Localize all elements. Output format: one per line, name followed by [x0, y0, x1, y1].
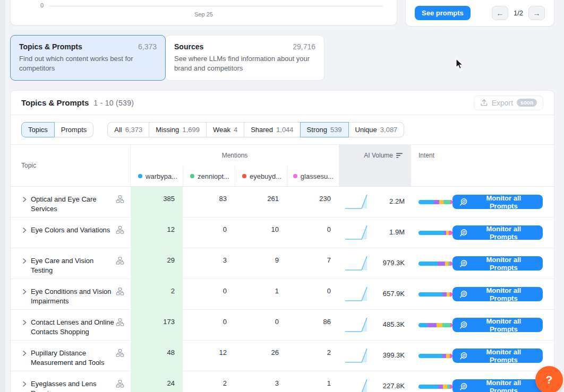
help-button[interactable]: ?	[535, 366, 563, 392]
topic-name[interactable]: Eye Care and Vision Testing	[29, 256, 116, 275]
intent-distribution-bar	[418, 323, 452, 327]
filter-chip-all[interactable]: All 6,373	[107, 122, 149, 137]
filter-chip-prompts[interactable]: Prompts	[54, 122, 93, 137]
topic-hierarchy-icon[interactable]	[116, 288, 124, 295]
svg-text:@: @	[462, 353, 466, 358]
mentions-value: 0	[183, 279, 235, 309]
mentions-value: 0	[287, 279, 339, 309]
topic-cell: Pupillary Distance Measurement and Tools	[11, 341, 131, 371]
monitor-search-icon: @	[459, 290, 468, 299]
intent-segment-purple	[442, 292, 447, 297]
svg-text:@: @	[462, 199, 466, 204]
column-header-topic[interactable]: Topic	[11, 145, 131, 186]
monitor-all-prompts-button[interactable]: @ Monitor all Prompts	[452, 379, 543, 392]
expand-chevron-icon[interactable]	[20, 350, 29, 357]
topic-cell: Eye Colors and Variations	[11, 217, 131, 248]
topic-name[interactable]: Eye Colors and Variations	[29, 225, 116, 235]
table-header: Topic Mentions AI Volume Intent warbypa.…	[11, 144, 554, 187]
monitor-all-prompts-button[interactable]: @ Monitor all Prompts	[452, 195, 543, 209]
filter-chip-unique[interactable]: Unique 3,087	[348, 122, 405, 137]
topic-hierarchy-icon[interactable]	[116, 318, 124, 326]
tab-card-title: Topics & Prompts	[19, 42, 82, 51]
intent-distribution-bar	[418, 385, 452, 389]
monitor-all-prompts-button[interactable]: @ Monitor all Prompts	[452, 225, 543, 240]
topic-hierarchy-icon[interactable]	[116, 380, 124, 388]
monitor-search-icon: @	[459, 259, 468, 268]
topic-name[interactable]: Eyeglasses and Lens Repair	[29, 379, 116, 392]
topic-hierarchy-icon[interactable]	[116, 195, 124, 203]
competitor-column-header[interactable]: warbypa...	[131, 166, 183, 186]
prev-page-button[interactable]: ←	[492, 6, 508, 20]
chart-y-axis-zero-label: 0	[31, 2, 44, 8]
intent-segment-yellow	[443, 385, 447, 389]
mentions-value: 83	[183, 187, 235, 217]
topic-hierarchy-icon[interactable]	[116, 226, 124, 234]
filter-chip-shared[interactable]: Shared 1,044	[244, 122, 300, 137]
expand-chevron-icon[interactable]	[20, 196, 29, 203]
filter-chip-label: Shared	[251, 126, 273, 134]
intent-distribution-bar	[418, 292, 452, 297]
ai-volume-cell: 227.8K	[339, 371, 411, 392]
intent-cell: @ Monitor all Prompts	[411, 248, 554, 278]
competitor-column-header[interactable]: zenniopt...	[183, 166, 235, 186]
topic-name[interactable]: Eye Conditions and Vision Impairments	[29, 287, 116, 306]
column-header-ai-volume[interactable]: AI Volume	[339, 145, 411, 186]
svg-text:@: @	[462, 323, 466, 327]
mentions-value: 385	[131, 187, 183, 217]
help-label: ?	[546, 373, 553, 386]
mentions-value: 12	[183, 341, 235, 371]
filter-chip-topics[interactable]: Topics	[21, 122, 55, 137]
see-prompts-button[interactable]: See prompts	[415, 6, 471, 20]
intent-distribution-bar	[418, 200, 452, 204]
filter-chip-label: Prompts	[61, 126, 87, 134]
tab-card-topics-prompts[interactable]: Topics & Prompts 6,373 Find out which co…	[10, 35, 166, 81]
expand-chevron-icon[interactable]	[20, 319, 29, 326]
topic-hierarchy-icon[interactable]	[116, 257, 124, 265]
monitor-all-prompts-button[interactable]: @ Monitor all Prompts	[452, 287, 543, 301]
mentions-value: 10	[235, 217, 287, 248]
ai-volume-value: 227.8K	[383, 382, 405, 390]
export-button[interactable]: Export soon	[474, 95, 543, 110]
monitor-all-prompts-button[interactable]: @ Monitor all Prompts	[452, 318, 543, 332]
mention-filter-group: All 6,373 Missing 1,699 Weak 4 Shared 1,…	[107, 122, 404, 137]
topic-name[interactable]: Pupillary Distance Measurement and Tools	[29, 349, 116, 368]
expand-chevron-icon[interactable]	[20, 227, 29, 234]
mentions-value: 173	[131, 310, 183, 340]
competitor-column-header[interactable]: glassesu...	[287, 166, 339, 186]
mentions-value: 24	[131, 371, 183, 392]
topic-cell: Optical and Eye Care Services	[11, 187, 131, 217]
monitor-all-prompts-button[interactable]: @ Monitor all Prompts	[452, 349, 543, 363]
filter-chip-label: Weak	[213, 126, 230, 134]
column-header-mentions: Mentions	[131, 145, 339, 166]
ai-volume-cell: 485.3K	[339, 310, 411, 340]
topic-hierarchy-icon[interactable]	[116, 349, 124, 357]
page-indicator: 1/2	[514, 9, 523, 17]
expand-chevron-icon[interactable]	[20, 288, 29, 295]
filter-chip-missing[interactable]: Missing 1,699	[149, 122, 207, 137]
page-left-gutter	[0, 0, 5, 392]
tab-card-sources[interactable]: Sources 29,716 See where LLMs find infor…	[165, 35, 324, 81]
result-range: 1 - 10 (539)	[93, 99, 134, 107]
pagination: ← 1/2 →	[492, 6, 545, 20]
topic-cell: Eyeglasses and Lens Repair	[11, 371, 131, 392]
ai-volume-cell: 979.3K	[339, 248, 411, 278]
expand-chevron-icon[interactable]	[20, 257, 29, 265]
table-body: Optical and Eye Care Services 385 83 261…	[11, 187, 554, 392]
monitor-all-prompts-button[interactable]: @ Monitor all Prompts	[452, 256, 543, 271]
export-label: Export	[492, 99, 513, 107]
topic-name[interactable]: Contact Lenses and Online Contacts Shopp…	[29, 318, 116, 337]
table-row: Pupillary Distance Measurement and Tools…	[11, 341, 554, 371]
competitor-column-header[interactable]: eyebuyd...	[235, 166, 287, 186]
filter-chip-strong[interactable]: Strong 539	[300, 122, 349, 137]
intent-cell: @ Monitor all Prompts	[411, 187, 554, 217]
topic-cell: Contact Lenses and Online Contacts Shopp…	[11, 310, 131, 340]
intent-segment-blue	[418, 262, 438, 266]
monitor-button-label: Monitor all Prompts	[472, 256, 536, 272]
next-page-button[interactable]: →	[528, 6, 545, 20]
filter-chip-weak[interactable]: Weak 4	[206, 122, 244, 137]
intent-segment-pink	[450, 385, 452, 389]
expand-chevron-icon[interactable]	[20, 380, 29, 388]
topic-name[interactable]: Optical and Eye Care Services	[29, 195, 116, 214]
mentions-value: 7	[287, 248, 339, 278]
intent-cell: @ Monitor all Prompts	[411, 279, 554, 309]
